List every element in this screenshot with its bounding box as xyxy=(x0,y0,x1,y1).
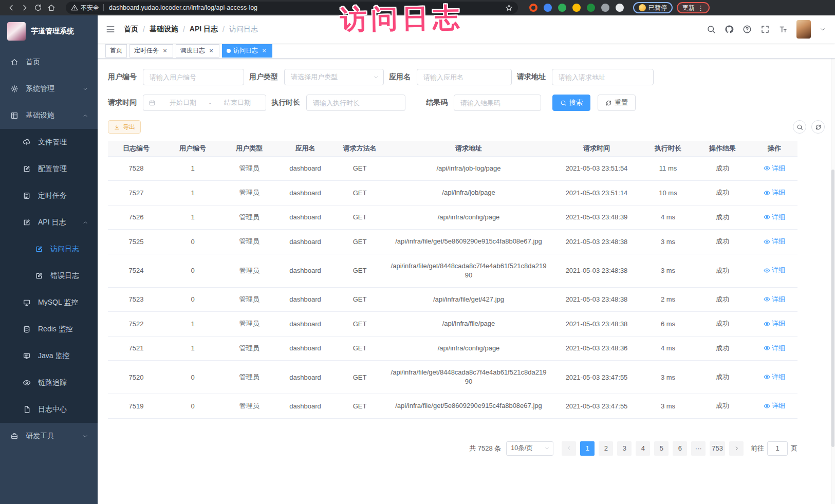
breadcrumb-item[interactable]: 基础设施 xyxy=(150,25,178,34)
extension-color-grid-icon[interactable] xyxy=(572,4,581,12)
tab-访问日志[interactable]: 访问日志× xyxy=(222,44,272,58)
detail-link[interactable]: 详细 xyxy=(764,213,785,222)
browser-menu-icon[interactable]: ⋮ xyxy=(697,5,704,11)
extension-translate-icon[interactable] xyxy=(587,4,595,12)
cell-time: 2021-05-03 23:51:54 xyxy=(551,156,642,181)
goto-input[interactable] xyxy=(767,441,788,456)
font-size-icon[interactable] xyxy=(778,25,788,34)
cell-method: GET xyxy=(333,312,386,337)
help-icon[interactable] xyxy=(743,25,752,34)
extension-gray-icon[interactable] xyxy=(601,4,609,12)
more-pages-button[interactable]: ··· xyxy=(691,441,706,456)
user-type-select[interactable]: 请选择用户类型 xyxy=(284,69,384,85)
sidebar-item-mysql[interactable]: MySQL 监控 xyxy=(0,289,98,316)
sidebar-item-system[interactable]: 系统管理 xyxy=(0,76,98,102)
sidebar-item-config[interactable]: 配置管理 xyxy=(0,156,98,182)
reload-icon[interactable] xyxy=(32,2,44,14)
column-header: 用户编号 xyxy=(164,141,221,156)
page-button-1[interactable]: 1 xyxy=(580,441,595,456)
result-code-input[interactable] xyxy=(454,95,541,111)
sidebar-item-trace[interactable]: 链路追踪 xyxy=(0,369,98,396)
hamburger-icon[interactable] xyxy=(105,24,116,34)
tab-定时任务[interactable]: 定时任务× xyxy=(129,44,173,58)
page-button-6[interactable]: 6 xyxy=(673,441,687,456)
app-name-input[interactable] xyxy=(417,69,512,85)
avatar-caret-icon[interactable] xyxy=(820,26,826,32)
prev-page-button[interactable] xyxy=(562,441,576,456)
user-id-input[interactable] xyxy=(143,69,244,85)
detail-link[interactable]: 详细 xyxy=(764,266,785,275)
back-icon[interactable] xyxy=(5,2,17,14)
duration-input[interactable] xyxy=(306,95,405,111)
user-avatar[interactable] xyxy=(796,20,811,39)
profile-paused-badge[interactable]: 已暂停 xyxy=(633,2,673,13)
refresh-table-button[interactable] xyxy=(811,120,825,134)
column-header: 请求时间 xyxy=(551,141,642,156)
header-search-icon[interactable] xyxy=(707,25,716,34)
scrollbar-thumb[interactable] xyxy=(831,170,834,447)
sidebar-item-java[interactable]: Java 监控 xyxy=(0,343,98,369)
detail-link[interactable]: 详细 xyxy=(764,319,785,328)
sidebar-item-label: 首页 xyxy=(26,58,40,67)
export-button[interactable]: 导出 xyxy=(108,120,141,134)
detail-link[interactable]: 详细 xyxy=(764,401,785,410)
browser-home-icon[interactable] xyxy=(45,2,58,14)
bookmark-star-icon[interactable] xyxy=(505,4,513,12)
close-icon[interactable]: × xyxy=(161,47,169,54)
sidebar-item-home[interactable]: 首页 xyxy=(0,49,98,76)
extension-pinwheel-icon[interactable] xyxy=(616,4,624,12)
detail-link[interactable]: 详细 xyxy=(764,372,785,382)
sidebar-item-log-center[interactable]: 日志中心 xyxy=(0,396,98,423)
sidebar-item-redis[interactable]: Redis 监控 xyxy=(0,316,98,343)
sidebar-item-api-log[interactable]: API 日志 xyxy=(0,209,98,236)
sidebar-item-dev-tools[interactable]: 研发工具 xyxy=(0,423,98,450)
detail-link[interactable]: 详细 xyxy=(764,237,785,246)
cell-duration: 3 ms xyxy=(642,394,694,419)
sidebar-item-job[interactable]: 定时任务 xyxy=(0,182,98,209)
scrollbar-track[interactable] xyxy=(831,15,835,504)
page-button-2[interactable]: 2 xyxy=(599,441,613,456)
browser-update-button[interactable]: 更新 ⋮ xyxy=(677,2,710,13)
cell-app: dashboard xyxy=(277,361,333,394)
request-url-input[interactable] xyxy=(552,69,654,85)
page-button-3[interactable]: 3 xyxy=(617,441,632,456)
request-url-label: 请求地址 xyxy=(517,72,546,82)
extension-blue-shield-icon[interactable] xyxy=(544,4,552,12)
page-button-4[interactable]: 4 xyxy=(636,441,650,456)
cell-time: 2021-05-03 23:47:55 xyxy=(551,361,642,394)
page-button-753[interactable]: 753 xyxy=(710,441,725,456)
tab-调度日志[interactable]: 调度日志× xyxy=(176,44,219,58)
breadcrumb-item[interactable]: 首页 xyxy=(124,25,138,34)
detail-link[interactable]: 详细 xyxy=(764,164,785,173)
access-log-table: 日志编号用户编号用户类型应用名请求方法名请求地址请求时间执行时长操作结果操作 7… xyxy=(108,141,797,419)
page-button-5[interactable]: 5 xyxy=(654,441,669,456)
sidebar-item-infra[interactable]: 基础设施 xyxy=(0,102,98,129)
reset-button[interactable]: 重置 xyxy=(598,95,636,111)
sidebar-item-error-log[interactable]: 错误日志 xyxy=(0,263,98,289)
detail-link[interactable]: 详细 xyxy=(764,295,785,304)
detail-link[interactable]: 详细 xyxy=(764,188,785,197)
goto-label: 前往 xyxy=(751,444,764,453)
sidebar-item-access-log[interactable]: 访问日志 xyxy=(0,236,98,263)
cell-id: 7528 xyxy=(108,156,164,181)
request-time-range-picker[interactable]: 开始日期 - 结束日期 xyxy=(143,95,266,111)
fullscreen-icon[interactable] xyxy=(760,25,770,34)
github-icon[interactable] xyxy=(725,25,734,34)
page-size-select[interactable]: 10条/页 xyxy=(506,441,553,456)
extension-orange-ring-icon[interactable] xyxy=(529,4,537,12)
app-title: 芋道管理系统 xyxy=(31,27,74,36)
close-icon[interactable]: × xyxy=(208,47,215,54)
toggle-search-button[interactable] xyxy=(793,120,806,134)
cell-time: 2021-05-03 23:48:39 xyxy=(551,205,642,230)
breadcrumb-item[interactable]: API 日志 xyxy=(190,25,218,34)
close-icon[interactable]: × xyxy=(261,47,268,54)
next-page-button[interactable] xyxy=(729,441,744,456)
tab-首页[interactable]: 首页 xyxy=(105,44,127,58)
forward-icon[interactable] xyxy=(18,2,31,14)
sidebar-item-file[interactable]: 文件管理 xyxy=(0,129,98,156)
app-logo[interactable]: 芋道管理系统 xyxy=(0,15,98,49)
extension-green-circle-icon[interactable] xyxy=(558,4,566,12)
detail-link[interactable]: 详细 xyxy=(764,344,785,353)
security-label[interactable]: 不安全 xyxy=(81,4,99,12)
search-button[interactable]: 搜索 xyxy=(552,95,590,111)
